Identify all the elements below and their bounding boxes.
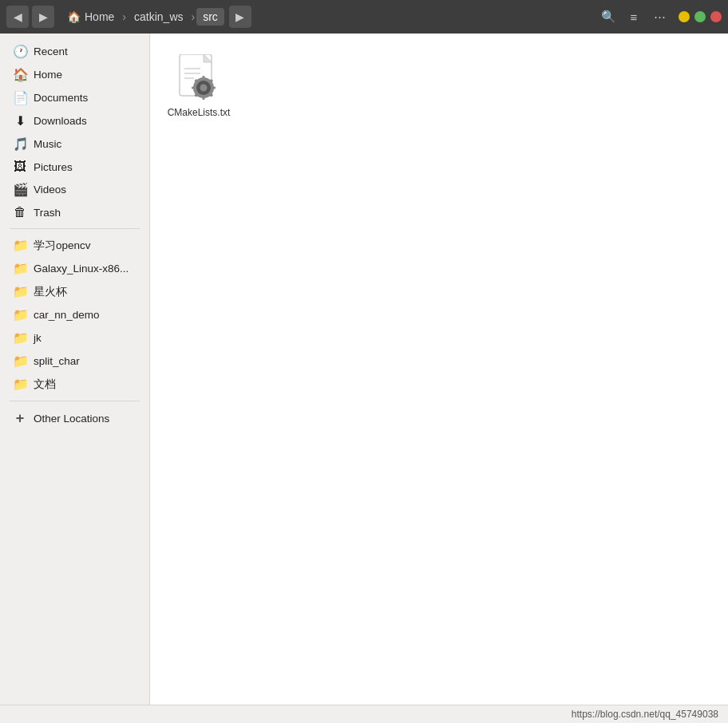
breadcrumb-src[interactable]: src: [196, 8, 224, 26]
sidebar-item-recent[interactable]: 🕐 Recent: [3, 40, 146, 63]
folder-icon-xuexi: 📁: [13, 238, 27, 253]
home-sidebar-icon: 🏠: [13, 67, 27, 82]
sidebar-item-documents[interactable]: 📄 Documents: [3, 86, 146, 109]
file-name-label: CMakeLists.txt: [168, 107, 231, 120]
svg-rect-7: [212, 87, 216, 89]
sidebar-item-other-locations[interactable]: + Other Locations: [3, 406, 146, 431]
sidebar-item-xinghuo[interactable]: 📁 星火杯: [3, 280, 146, 303]
svg-rect-6: [192, 87, 196, 89]
breadcrumb-catkin-ws[interactable]: catkin_ws: [128, 8, 189, 26]
sidebar-divider-2: [10, 401, 140, 401]
videos-icon: 🎬: [13, 182, 27, 197]
header-actions: 🔍 ≡ ⋯: [597, 6, 671, 28]
trash-icon: 🗑: [13, 205, 27, 219]
music-icon: 🎵: [13, 136, 27, 152]
sidebar-item-music[interactable]: 🎵 Music: [3, 132, 146, 156]
window-minimize-button[interactable]: [679, 11, 690, 22]
more-options-button[interactable]: ⋯: [648, 6, 671, 28]
folder-icon-galaxy: 📁: [13, 261, 27, 276]
file-icon-cmake-wrapper: [173, 53, 224, 104]
svg-rect-4: [203, 76, 205, 80]
sidebar-item-galaxy-linux[interactable]: 📁 Galaxy_Linux-x86...: [3, 257, 146, 280]
breadcrumb-home[interactable]: 🏠 Home: [61, 8, 121, 26]
nav-forward-button[interactable]: ▶: [32, 6, 54, 28]
folder-icon-jk: 📁: [13, 330, 27, 346]
sidebar-item-home[interactable]: 🏠 Home: [3, 63, 146, 86]
downloads-icon: ⬇: [13, 113, 27, 128]
recent-icon: 🕐: [13, 44, 27, 59]
window-controls: [679, 11, 722, 22]
sidebar-item-videos[interactable]: 🎬 Videos: [3, 178, 146, 201]
folder-icon-car: 📁: [13, 307, 27, 322]
pictures-icon: 🖼: [13, 160, 27, 174]
folder-icon-xinghuo: 📁: [13, 284, 27, 299]
sidebar: 🕐 Recent 🏠 Home 📄 Documents ⬇ Downloads …: [0, 34, 150, 705]
sidebar-item-pictures[interactable]: 🖼 Pictures: [3, 156, 146, 178]
breadcrumb-more-button[interactable]: ▶: [229, 6, 251, 28]
documents-icon: 📄: [13, 90, 27, 105]
plus-icon: +: [13, 410, 27, 427]
svg-rect-5: [203, 96, 205, 100]
breadcrumb: 🏠 Home › catkin_ws › src ▶: [61, 6, 251, 28]
breadcrumb-separator-2: ›: [192, 10, 196, 23]
folder-icon-split: 📁: [13, 354, 27, 369]
cmake-file-icon: [178, 54, 220, 102]
url-bar: https://blog.csdn.net/qq_45749038: [0, 705, 728, 723]
sidebar-divider-1: [10, 228, 140, 229]
file-item-cmakelists[interactable]: CMakeLists.txt: [163, 46, 235, 126]
window-close-button[interactable]: [710, 11, 722, 22]
toolbar: ◀ ▶ 🏠 Home › catkin_ws › src ▶ 🔍 ≡ ⋯: [0, 0, 728, 34]
list-view-button[interactable]: ≡: [623, 6, 645, 28]
file-grid: CMakeLists.txt: [163, 46, 715, 126]
breadcrumb-separator-1: ›: [122, 10, 126, 23]
window-maximize-button[interactable]: [694, 11, 706, 22]
main-area: 🕐 Recent 🏠 Home 📄 Documents ⬇ Downloads …: [0, 34, 728, 705]
sidebar-item-car-nn-demo[interactable]: 📁 car_nn_demo: [3, 303, 146, 326]
sidebar-item-xuexi-opencv[interactable]: 📁 学习opencv: [3, 234, 146, 257]
sidebar-item-jk[interactable]: 📁 jk: [3, 326, 146, 350]
search-button[interactable]: 🔍: [597, 6, 619, 28]
sidebar-item-wendang[interactable]: 📁 文档: [3, 373, 146, 396]
file-content-area: CMakeLists.txt: [150, 34, 728, 705]
svg-point-3: [200, 85, 208, 92]
sidebar-item-split-char[interactable]: 📁 split_char: [3, 350, 146, 373]
folder-icon-wendang: 📁: [13, 377, 27, 392]
nav-back-button[interactable]: ◀: [6, 6, 29, 28]
sidebar-item-downloads[interactable]: ⬇ Downloads: [3, 109, 146, 132]
sidebar-item-trash[interactable]: 🗑 Trash: [3, 201, 146, 223]
home-icon: 🏠: [67, 10, 81, 23]
